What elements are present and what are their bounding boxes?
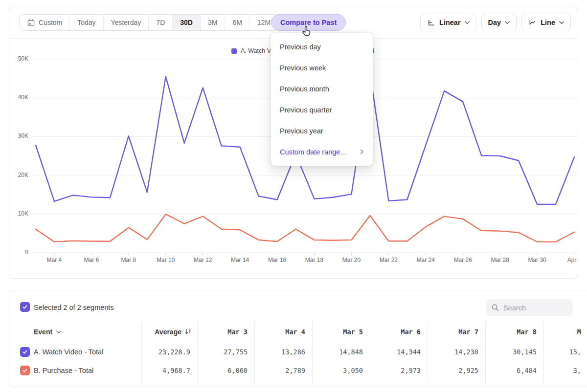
value-cell: 3, (543, 364, 581, 377)
chevron-down-icon (465, 21, 470, 24)
interval-selector-button[interactable]: Day (481, 14, 517, 31)
x-tick-label: Mar 18 (305, 257, 324, 263)
x-tick-label: Mar 6 (84, 257, 99, 263)
value-cell: 30,145 (485, 345, 543, 359)
line-chart-icon (528, 19, 537, 27)
date-range-segmented-control: CustomTodayYesterday7D30D3M6M12M (19, 14, 278, 31)
date-range-7d[interactable]: 7D (149, 15, 173, 30)
date-column-header: Mar 4 (254, 325, 312, 339)
value-cell: 2,973 (370, 364, 428, 377)
custom-date-range-label: Custom date range... (280, 148, 346, 156)
average-cell: 23,228.9 (141, 345, 197, 359)
segment-row-label: B. Purchase - Total (34, 364, 93, 377)
value-cell: 14,230 (428, 345, 485, 359)
value-cell: 14,848 (312, 345, 370, 359)
date-column-header: M (543, 325, 581, 339)
date-range-custom[interactable]: Custom (20, 15, 70, 30)
value-cell: 13,286 (254, 345, 312, 359)
date-range-label: Today (77, 19, 95, 26)
x-tick-label: Mar 10 (157, 257, 175, 263)
date-range-yesterday[interactable]: Yesterday (104, 15, 149, 30)
date-column-header: Mar 5 (312, 325, 370, 339)
x-tick-label: Apr 1 (567, 257, 579, 263)
average-column-header[interactable]: Average (141, 325, 197, 339)
scale-selector-label: Linear (439, 19, 461, 26)
series-line (36, 214, 574, 242)
date-column-header: Mar 7 (428, 325, 485, 339)
calendar-icon (27, 19, 35, 27)
date-range-label: 7D (156, 19, 165, 26)
date-range-label: 6M (232, 19, 242, 26)
chart-display-controls: Linear Day Line (420, 14, 571, 31)
chevron-down-icon (559, 21, 564, 24)
menu-item-previous-month[interactable]: Previous month (271, 78, 373, 99)
x-tick-label: Mar 12 (194, 257, 212, 263)
chart-type-selector-button[interactable]: Line (521, 14, 571, 31)
menu-item-custom-date-range[interactable]: Custom date range... (271, 141, 373, 162)
date-range-6m[interactable]: 6M (225, 15, 249, 30)
search-box[interactable] (486, 299, 573, 316)
search-input[interactable] (503, 304, 562, 312)
date-range-30d[interactable]: 30D (173, 15, 201, 30)
chart-type-selector-label: Line (541, 19, 555, 26)
select-all-checkbox[interactable] (20, 302, 30, 312)
value-cell: 15, (543, 345, 581, 359)
date-range-label: Custom (39, 19, 62, 26)
segments-card: Selected 2 of 2 segments EventAverageMar… (9, 290, 587, 387)
average-cell: 4,968.7 (141, 364, 197, 377)
x-tick-label: Mar 14 (231, 257, 249, 263)
x-tick-label: Mar 28 (491, 257, 509, 263)
date-range-label: 30D (180, 19, 193, 26)
x-tick-label: Mar 30 (528, 257, 546, 263)
value-cell: 6,060 (197, 364, 254, 377)
compare-to-past-button[interactable]: Compare to Past (271, 14, 346, 31)
check-icon (22, 304, 28, 310)
value-cell: 2,789 (254, 364, 312, 377)
x-tick-label: Mar 16 (268, 257, 287, 263)
axis-scale-icon (427, 19, 435, 27)
event-column-header[interactable]: Event (34, 325, 61, 339)
interval-selector-label: Day (488, 19, 501, 26)
date-column-header: Mar 8 (485, 325, 543, 339)
scale-selector-button[interactable]: Linear (420, 14, 476, 31)
value-cell: 3,050 (312, 364, 370, 377)
selected-segments-label: Selected 2 of 2 segments (34, 303, 114, 313)
x-tick-label: Mar 8 (121, 257, 136, 263)
value-cell: 2,925 (428, 364, 485, 377)
chevron-down-icon (56, 330, 61, 334)
menu-item-previous-week[interactable]: Previous week (271, 57, 373, 78)
x-tick-label: Mar 22 (380, 257, 398, 263)
check-icon (22, 349, 28, 355)
date-column-header: Mar 6 (370, 325, 428, 339)
segment-row-checkbox[interactable] (20, 366, 30, 375)
date-range-label: 3M (208, 19, 217, 26)
dashboard-page: CustomTodayYesterday7D30D3M6M12M Compare… (0, 0, 587, 392)
x-tick-label: Mar 26 (454, 257, 473, 263)
value-cell: 27,755 (197, 345, 254, 359)
segment-row-label: A. Watch Video - Total (34, 345, 103, 359)
chevron-right-icon (360, 149, 364, 154)
menu-item-previous-day[interactable]: Previous day (271, 36, 373, 57)
x-tick-label: Mar 20 (342, 257, 361, 263)
chevron-down-icon (505, 21, 510, 24)
date-range-label: 12M (257, 19, 271, 26)
menu-item-previous-quarter[interactable]: Previous quarter (271, 99, 373, 120)
value-cell: 6,484 (485, 364, 543, 377)
menu-item-previous-year[interactable]: Previous year (271, 120, 373, 141)
date-column-header: Mar 3 (197, 325, 254, 339)
x-tick-label: Mar 4 (47, 257, 62, 263)
segment-row-checkbox[interactable] (20, 347, 30, 357)
x-tick-label: Mar 24 (417, 257, 435, 263)
check-icon (22, 368, 28, 373)
date-range-today[interactable]: Today (70, 15, 103, 30)
value-cell: 14,344 (370, 345, 428, 359)
event-header-label: Event (34, 328, 52, 336)
date-range-3m[interactable]: 3M (201, 15, 225, 30)
date-range-label: Yesterday (111, 19, 141, 26)
compare-to-past-menu: Previous dayPrevious weekPrevious monthP… (271, 32, 373, 166)
search-icon (491, 304, 499, 312)
average-header-label: Average (155, 328, 181, 336)
sort-descending-icon[interactable] (185, 328, 192, 335)
